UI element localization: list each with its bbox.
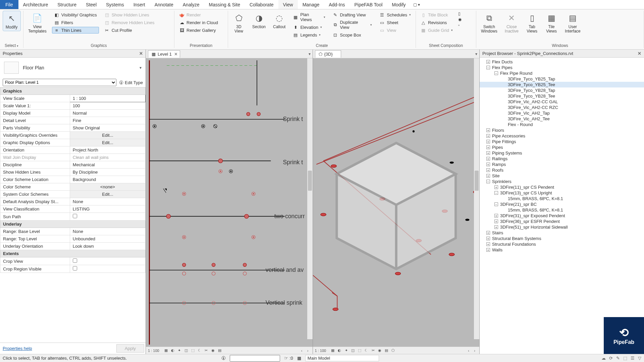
vc-icon[interactable]: ✂ [204,348,209,353]
tree-node[interactable]: +Pipes [480,144,644,150]
type-dropdown-icon[interactable]: ▾ [140,65,142,70]
tree-node[interactable]: +3DFire(11)_spr CS Pendent [480,184,644,190]
render-button[interactable]: 🫖Render [177,11,220,18]
vc-icon[interactable]: ✦ [343,348,349,353]
sun-path-checkbox[interactable] [70,213,145,221]
vc-icon[interactable]: ▦ [330,348,335,353]
3d-canvas[interactable] [313,58,480,347]
close-inactive-button[interactable]: ✕Close Inactive [502,11,521,35]
view-scale-label[interactable]: 1 : 100 [315,349,326,353]
tree-node[interactable]: 3DFire_Vic_AH2_Tap [480,110,644,116]
elevation-button[interactable]: ⬍Elevation [291,24,327,31]
tree-node[interactable]: 15mm, BRASS, 68ºC, K=8.1 [480,196,644,201]
tab-list-dropdown[interactable]: ▾ [309,52,311,56]
status-btn[interactable]: ☰ [631,356,635,361]
duplicate-view-button[interactable]: ⧉Duplicate View [331,19,374,31]
nav-prev-icon[interactable]: ‹ [299,348,305,353]
tab-list-dropdown[interactable]: ▾ [475,52,477,56]
crop-region-checkbox[interactable] [70,265,145,273]
modify-button[interactable]: ↖ Modify [3,11,21,31]
selection-count[interactable]: ☞:0 [284,356,293,361]
tree-node[interactable]: +3DFire(36)_spr ESFR Pendent [480,219,644,224]
section-button[interactable]: ◑Section [250,11,268,31]
view-button[interactable]: ▭View [377,27,413,34]
base-level-field[interactable]: None [70,228,145,235]
thin-lines-button[interactable]: ≡Thin Lines [52,27,99,34]
menu-structure[interactable]: Structure [53,0,81,9]
type-name[interactable]: Floor Plan [23,65,136,70]
status-btn[interactable]: ▽ [638,356,641,361]
viewref-icon[interactable]: ◉ [458,17,462,22]
edit-type-button[interactable]: 🛈Edit Type [119,80,143,85]
browser-close-icon[interactable]: ✕ [638,51,641,56]
tree-node[interactable]: 3DFire_Vic_AH2-CC RZC [480,105,644,110]
user-interface-button[interactable]: ▤User Interface [562,11,583,35]
tree-node[interactable]: +3DFire(31)_spr Exposed Pendent [480,213,644,219]
scrollbar-vertical[interactable] [474,58,479,339]
vc-icon[interactable]: ◫ [183,348,189,353]
status-search[interactable] [230,355,280,362]
tree-node[interactable]: +Ramps [480,162,644,167]
tree-node[interactable]: 15mm, BRASS, 68ºC, K=8.1 [480,207,644,213]
nav-next-icon[interactable]: › [305,348,311,353]
tree-node[interactable]: +3DFire(51)_spr Horizontal Sidewall [480,224,644,230]
vc-icon[interactable]: ▤ [217,348,222,353]
switch-windows-button[interactable]: ⧉Switch Windows [478,11,500,35]
section-underlay[interactable]: Underlay [0,221,146,228]
orientation-field[interactable]: Project North [70,146,145,154]
menu-modify[interactable]: Modify [387,0,410,9]
detail-level-field[interactable]: Fine [70,117,145,124]
tree-node[interactable]: +Site [480,173,644,179]
tab-level1[interactable]: ▦Level 1✕ [148,50,180,58]
project-tree[interactable]: +Flex Ducts −Flex Pipes −Flex Pipe Round… [480,58,644,354]
scope-box-button[interactable]: ⊡Scope Box [331,32,374,38]
tree-node[interactable]: +Pipe Accessories [480,133,644,139]
main-model-selector[interactable]: Main Model [305,355,379,361]
graphic-display-button[interactable]: Edit... [70,139,145,146]
tree-node[interactable]: Flex - Round [480,122,644,127]
tree-node[interactable]: +Railings [480,156,644,162]
menu-pipefab[interactable]: PipeFAB Tool [350,0,387,9]
tree-node[interactable]: 3DFire_Tyco_YB25_Tap [480,76,644,82]
view-templates-button[interactable]: 📄 View Templates [25,11,49,35]
cut-profile-button[interactable]: ✂Cut Profile [102,27,157,34]
display-model-field[interactable]: Normal [70,110,145,117]
status-btn[interactable]: ⬚ [623,356,627,361]
menu-steel[interactable]: Steel [81,0,101,9]
section-extents[interactable]: Extents [0,250,146,257]
menu-manage[interactable]: Manage [298,0,324,9]
menu-annotate[interactable]: Annotate [150,0,178,9]
discipline-field[interactable]: Mechanical [70,161,145,169]
mode-toggle[interactable]: ▢ ▾ [413,0,420,9]
instance-selector[interactable]: Floor Plan: Level 1 [3,79,116,86]
tree-node[interactable]: 3DFire_Vic_AH2-CC GAL [480,99,644,105]
menu-addins[interactable]: Add-Ins [324,0,350,9]
title-block-button[interactable]: ▯Title Block [419,11,455,18]
properties-help-link[interactable]: Properties help [1,346,116,351]
vc-icon[interactable]: ◫ [350,348,356,353]
vc-icon[interactable]: ⬚ [357,348,362,353]
3d-view-button[interactable]: ⬠3D View [230,11,248,35]
tile-views-button[interactable]: ▦Tile Views [543,11,560,35]
tree-node[interactable]: −Sprinklers [480,179,644,184]
menu-analyze[interactable]: Analyze [178,0,204,9]
tab-views-button[interactable]: ▯Tab Views [523,11,541,35]
visibility-graphics-button[interactable]: ◧Visibility/ Graphics [52,11,99,18]
tree-node[interactable]: −Flex Pipes [480,65,644,70]
color-scheme-loc-field[interactable]: Background [70,176,145,183]
file-menu[interactable]: File [0,0,18,9]
vc-icon[interactable]: ⬚ [190,348,196,353]
view-scale-field[interactable]: 1 : 100 [70,95,145,102]
vc-icon[interactable]: ✂ [370,348,376,353]
tree-node-selected[interactable]: 3DFire_Tyco_YB25_Tee [480,82,644,87]
vc-icon[interactable]: ✦ [177,348,182,353]
nav-next-icon[interactable]: › [472,348,477,353]
tree-node[interactable]: +Walls [480,247,644,253]
plan-canvas[interactable]: Sprink t Sprink t two concurr [146,58,313,347]
drafting-view-button[interactable]: ✎Drafting View [331,11,374,18]
tree-node[interactable]: +Pipe Fittings [480,139,644,144]
color-scheme-button[interactable]: <none> [70,183,145,191]
view-class-field[interactable]: LISTING [70,205,145,213]
vc-icon[interactable]: ▤ [384,348,389,353]
tree-node[interactable]: +Roofs [480,167,644,173]
